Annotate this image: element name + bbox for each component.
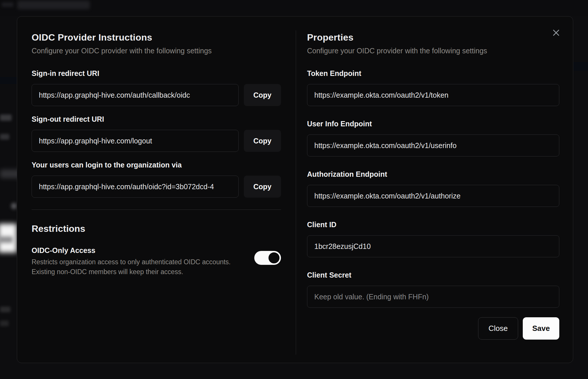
background-artifact bbox=[0, 320, 9, 326]
toggle-thumb bbox=[268, 252, 280, 264]
background-artifact bbox=[0, 236, 13, 243]
description-line-2: Existing non-OIDC members will keep thei… bbox=[32, 267, 231, 277]
client-secret-label: Client Secret bbox=[307, 271, 559, 279]
instructions-panel: OIDC Provider Instructions Configure you… bbox=[17, 17, 295, 363]
copy-signout-button[interactable]: Copy bbox=[244, 130, 281, 152]
client-secret-input[interactable] bbox=[307, 286, 559, 308]
copy-org-login-button[interactable]: Copy bbox=[244, 176, 281, 198]
save-button[interactable]: Save bbox=[523, 317, 559, 340]
token-endpoint-row bbox=[307, 84, 559, 106]
client-id-label: Client ID bbox=[307, 221, 559, 229]
instructions-title: OIDC Provider Instructions bbox=[32, 32, 281, 43]
background-topbar bbox=[0, 0, 588, 16]
token-endpoint-input[interactable] bbox=[307, 84, 559, 106]
background-logo-blur bbox=[17, 1, 90, 9]
oidc-only-access-text: OIDC-Only Access Restricts organization … bbox=[32, 246, 231, 277]
copy-signin-button[interactable]: Copy bbox=[244, 84, 281, 106]
background-artifact bbox=[0, 134, 9, 140]
oidc-only-access-description: Restricts organization access to only au… bbox=[32, 257, 231, 277]
properties-subtitle: Configure your OIDC provider with the fo… bbox=[307, 47, 559, 55]
client-secret-row bbox=[307, 286, 559, 308]
oidc-only-access-label: OIDC-Only Access bbox=[32, 246, 231, 255]
signin-redirect-input[interactable] bbox=[32, 84, 239, 106]
userinfo-endpoint-label: User Info Endpoint bbox=[307, 120, 559, 128]
background-artifact bbox=[0, 114, 12, 121]
background-band-right bbox=[574, 62, 588, 71]
signout-redirect-row: Copy bbox=[32, 130, 281, 152]
authorization-endpoint-row bbox=[307, 185, 559, 207]
client-id-input[interactable] bbox=[307, 235, 559, 257]
signout-redirect-label: Sign-out redirect URI bbox=[32, 115, 281, 123]
modal-actions: Close Save bbox=[478, 317, 559, 340]
background-logo-blur-small bbox=[2, 2, 13, 7]
org-login-input[interactable] bbox=[32, 176, 239, 198]
signin-redirect-label: Sign-in redirect URI bbox=[32, 69, 281, 78]
authorization-endpoint-label: Authorization Endpoint bbox=[307, 170, 559, 178]
background-artifact bbox=[0, 307, 10, 312]
signin-redirect-row: Copy bbox=[32, 84, 281, 106]
authorization-endpoint-input[interactable] bbox=[307, 185, 559, 207]
oidc-only-access-row: OIDC-Only Access Restricts organization … bbox=[32, 246, 281, 277]
userinfo-endpoint-row bbox=[307, 134, 559, 156]
org-login-label: Your users can login to the organization… bbox=[32, 161, 281, 169]
oidc-settings-modal: OIDC Provider Instructions Configure you… bbox=[17, 16, 573, 363]
client-id-row bbox=[307, 235, 559, 257]
signout-redirect-input[interactable] bbox=[32, 130, 239, 152]
token-endpoint-label: Token Endpoint bbox=[307, 69, 559, 78]
org-login-row: Copy bbox=[32, 176, 281, 198]
restrictions-title: Restrictions bbox=[32, 223, 281, 234]
description-line-1: Restricts organization access to only au… bbox=[32, 257, 231, 267]
properties-panel: Properties Configure your OIDC provider … bbox=[295, 17, 573, 363]
background-white-button-blur bbox=[0, 224, 17, 253]
section-divider bbox=[32, 209, 281, 210]
userinfo-endpoint-input[interactable] bbox=[307, 134, 559, 156]
properties-title: Properties bbox=[307, 32, 559, 43]
background-band-left bbox=[0, 77, 17, 84]
instructions-subtitle: Configure your OIDC provider with the fo… bbox=[32, 47, 281, 55]
close-button[interactable]: Close bbox=[478, 317, 518, 340]
oidc-only-toggle[interactable] bbox=[254, 251, 281, 265]
background-artifact bbox=[11, 203, 17, 209]
